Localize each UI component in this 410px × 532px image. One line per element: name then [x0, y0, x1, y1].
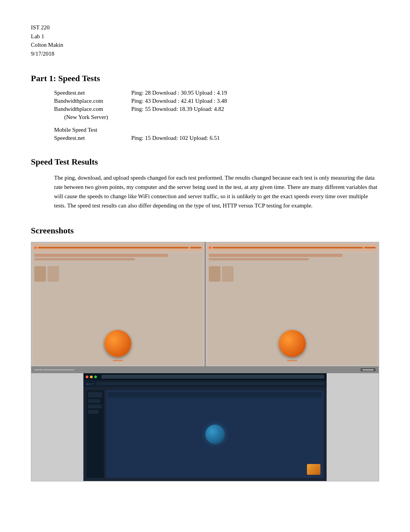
orange-start-button-right: [279, 330, 306, 357]
row-separator: ●●●●● ●●●●●●●●●●●●●●●●●●● ■■■■■■■■: [31, 366, 379, 373]
table-row: Speedtest.net Ping: 28 Download : 30.95 …: [54, 90, 379, 96]
site-name-bwp1: Bandwidthplace.com: [54, 98, 131, 104]
course-label: IST 220: [31, 23, 379, 32]
sep-button: ■■■■■■■■: [361, 368, 376, 371]
table-row: Bandwidthplace.com Ping: 43 Download : 4…: [54, 98, 379, 104]
browser-main: [106, 390, 324, 478]
screenshots-title: Screenshots: [31, 226, 379, 236]
test-results-table: Speedtest.net Ping: 28 Download : 30.95 …: [54, 90, 379, 141]
browser-sidebar: [86, 390, 104, 478]
toolbar-dot: [34, 246, 37, 249]
site-name-speedtest: Speedtest.net: [54, 90, 131, 96]
table-row: Bandwidthplace.com Ping: 55 Download: 18…: [54, 106, 379, 112]
lab-label: Lab 1: [31, 32, 379, 41]
toolbar-right: [207, 244, 378, 252]
screenshots-container: ●●●●●●●: [31, 242, 379, 481]
win-minimize-btn: [90, 376, 93, 378]
toolbar-line-right: [212, 247, 363, 248]
browser-nav: ◄ ► ↺: [83, 380, 327, 387]
part1-section: Part 1: Speed Tests Speedtest.net Ping: …: [31, 73, 379, 141]
sep-text: ●●●●● ●●●●●●●●●●●●●●●●●●●: [34, 368, 74, 371]
nav-text: ◄ ► ↺: [86, 382, 93, 385]
win-maximize-btn: [94, 376, 97, 378]
top-screenshots: ●●●●●●●: [31, 242, 379, 366]
screenshots-overlay: ●●●●●●●: [31, 242, 379, 481]
window-header: [83, 373, 327, 380]
shot-body-left: ●●●●●●●: [33, 252, 203, 365]
shot-body-right: ●●●●●●●: [207, 252, 378, 365]
results-body: The ping, download, and upload speeds ch…: [54, 173, 379, 210]
name-label: Colton Makin: [31, 41, 379, 49]
orange-start-button-left: [104, 330, 131, 357]
toolbar-left: [33, 244, 203, 252]
date-label: 9/17/2018: [31, 49, 379, 58]
metrics-bwp2: Ping: 55 Download: 18.39 Upload: 4.82: [131, 106, 224, 112]
browser-content: [83, 387, 327, 481]
screenshots-section: Screenshots: [31, 226, 379, 481]
speed-gauge-circle: [205, 425, 225, 444]
toolbar-dot-right: [209, 246, 211, 249]
speed-label-right: ●●●●●●●: [287, 359, 297, 362]
win-close-btn: [86, 376, 88, 378]
ny-server-label: (New York Server): [54, 114, 131, 121]
metrics-bwp1: Ping: 43 Download : 42.41 Upload : 3.48: [131, 98, 227, 104]
results-section: Speed Test Results The ping, download, a…: [31, 157, 379, 210]
results-title: Speed Test Results: [31, 157, 379, 167]
toolbar-line2: [190, 247, 202, 248]
speed-label-left: ●●●●●●●: [113, 359, 123, 362]
ny-server-note: (New York Server): [54, 114, 379, 121]
part1-title: Part 1: Speed Tests: [31, 73, 379, 83]
toolbar-line: [38, 247, 189, 248]
metrics-mobile: Ping: 15 Download: 102 Upload: 6.51: [131, 135, 220, 141]
bottom-screenshot: ◄ ► ↺: [83, 373, 327, 481]
screenshot-panel-right: ●●●●●●●: [206, 242, 379, 366]
header-info: IST 220 Lab 1 Colton Makin 9/17/2018: [31, 23, 379, 58]
test-group-mobile: Mobile Speed Test Speedtest.net Ping: 15…: [54, 127, 379, 141]
mobile-speed-test-heading: Mobile Speed Test: [54, 127, 379, 133]
table-row: Speedtest.net Ping: 15 Download: 102 Upl…: [54, 135, 379, 141]
site-name-bwp2: Bandwidthplace.com: [54, 106, 131, 112]
result-panel: [307, 464, 320, 475]
metrics-speedtest: Ping: 28 Download : 30.95 Upload : 4.19: [131, 90, 227, 96]
test-group-desktop: Speedtest.net Ping: 28 Download : 30.95 …: [54, 90, 379, 121]
site-name-mobile: Speedtest.net: [54, 135, 131, 141]
toolbar-line2-right: [364, 247, 376, 248]
screenshot-panel-left: ●●●●●●●: [31, 242, 205, 366]
